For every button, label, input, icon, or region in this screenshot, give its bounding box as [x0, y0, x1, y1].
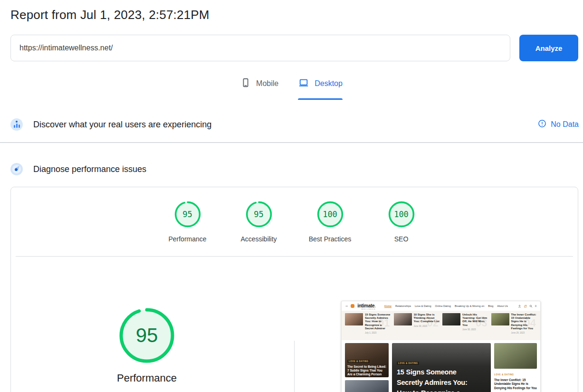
- preview-nav-about: About Us: [497, 305, 508, 308]
- score-best-practices[interactable]: 100 Best Practices: [295, 201, 366, 243]
- report-card: 95 Performance 95 Accessibility 100: [10, 187, 578, 392]
- tab-desktop[interactable]: Desktop: [298, 76, 343, 100]
- site-screenshot-thumbnail[interactable]: − intimate. WELLNESS Home Relationships …: [341, 301, 541, 392]
- preview-site-header: − intimate. WELLNESS Home Relationships …: [342, 301, 540, 311]
- smartphone-icon: [240, 77, 251, 90]
- score-performance-label: Performance: [168, 235, 206, 243]
- preview-top-articles: 15 Signs Someone Secretly Admires You: H…: [342, 311, 540, 340]
- tab-mobile-label: Mobile: [256, 79, 278, 88]
- section-divider: [0, 142, 583, 143]
- performance-gauge-section: 95 Performance: [11, 307, 283, 384]
- preview-nav-relationships: Relationships: [395, 305, 411, 308]
- no-data-status[interactable]: No Data: [538, 119, 579, 130]
- page-title: Report from Jul 1, 2023, 2:57:21PM: [10, 8, 210, 22]
- article-thumbnail: [442, 313, 460, 325]
- vertical-divider: [294, 341, 295, 392]
- card-divider: [16, 256, 573, 257]
- performance-gauge[interactable]: 95: [118, 307, 175, 364]
- discover-section-header: Discover what your real users are experi…: [10, 115, 579, 134]
- category-scores-row: 95 Performance 95 Accessibility 100: [11, 201, 578, 243]
- score-seo-value: 100: [388, 201, 415, 228]
- score-performance[interactable]: 95 Performance: [152, 201, 223, 243]
- menu-icon: −: [345, 304, 348, 308]
- score-seo-label: SEO: [394, 235, 409, 243]
- preview-image: [345, 380, 389, 392]
- score-seo[interactable]: 100 SEO: [366, 201, 437, 243]
- preview-nav-blog: Blog: [488, 305, 493, 308]
- preview-nav-love-dating: Love & Dating: [415, 305, 431, 308]
- preview-featured-left: LOVE & DATING The Secret to Being Liked:…: [345, 343, 389, 377]
- preview-header-icons: 0: [518, 305, 536, 308]
- site-logo-icon: [351, 304, 354, 308]
- preview-featured-section: LOVE & DATING The Secret to Being Liked:…: [342, 340, 540, 392]
- preview-article-2: 10 Signs She is Thinking About You: Comp…: [394, 313, 440, 338]
- cart-count: 0: [535, 305, 536, 307]
- score-performance-value: 95: [174, 201, 201, 228]
- info-icon: [538, 119, 546, 130]
- preview-featured-right-title: The Inner Conflict: 15 Undeniable Signs …: [494, 378, 537, 390]
- article-thumbnail: [394, 313, 412, 325]
- performance-gauge-label: Performance: [117, 372, 177, 384]
- tab-desktop-underline: [298, 98, 343, 100]
- tab-mobile[interactable]: Mobile: [240, 76, 278, 100]
- preview-image: [494, 343, 537, 369]
- preview-main-headline: 15 Signs Someone Secretly Admires You: H…: [397, 367, 486, 392]
- discover-section-label: Discover what your real users are experi…: [33, 120, 211, 130]
- preview-nav-online-dating: Online Dating: [435, 305, 451, 308]
- site-logo: intimate. WELLNESS: [357, 301, 375, 311]
- tab-mobile-underline: [240, 98, 278, 100]
- bell-icon: [524, 305, 527, 308]
- lab-data-icon: [10, 163, 23, 175]
- laptop-icon: [298, 77, 309, 90]
- preview-nav-home: Home: [384, 305, 392, 308]
- search-icon: [529, 305, 533, 308]
- score-accessibility[interactable]: 95 Accessibility: [223, 201, 295, 243]
- no-data-label: No Data: [551, 120, 579, 129]
- preview-nav-breaking-up: Breaking Up & Moving on: [455, 305, 484, 308]
- diagnose-section-header: Diagnose performance issues: [10, 160, 579, 178]
- score-accessibility-value: 95: [245, 201, 273, 228]
- score-best-practices-value: 100: [316, 201, 344, 228]
- url-input[interactable]: [10, 35, 510, 61]
- score-best-practices-label: Best Practices: [309, 235, 351, 243]
- performance-gauge-value: 95: [118, 307, 175, 364]
- analyze-button[interactable]: Analyze: [519, 35, 578, 61]
- preview-article-1: 15 Signs Someone Secretly Admires You: H…: [345, 313, 391, 338]
- tab-desktop-label: Desktop: [315, 79, 343, 88]
- user-icon: [518, 305, 521, 308]
- preview-article-3: Unlock His Yearning: Get Him Off, He Wil…: [442, 313, 488, 338]
- preview-nav: Home Relationships Love & Dating Online …: [384, 305, 515, 308]
- device-tabs: Mobile Desktop: [0, 76, 583, 100]
- article-thumbnail: [491, 313, 509, 325]
- diagnose-section-label: Diagnose performance issues: [33, 164, 146, 174]
- field-data-icon: [10, 118, 23, 131]
- preview-featured-main: LOVE & DATING 15 Signs Someone Secretly …: [392, 343, 491, 392]
- article-thumbnail: [345, 313, 363, 325]
- preview-article-4: The Inner Conflict: 15 Undeniable Signs …: [491, 313, 537, 338]
- score-accessibility-label: Accessibility: [240, 235, 277, 243]
